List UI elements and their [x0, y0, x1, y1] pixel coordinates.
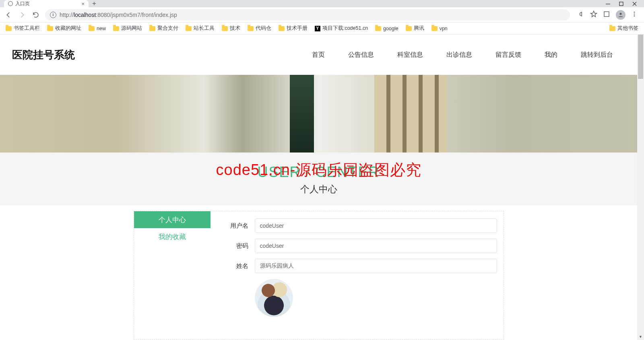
form-panel: 个人中心 我的收藏 用户名 密码 姓名	[134, 211, 504, 340]
bookmark-folder[interactable]: vpn	[431, 26, 448, 31]
folder-icon	[47, 26, 53, 31]
folder-icon	[431, 26, 438, 31]
nav-visit[interactable]: 出诊信息	[446, 51, 472, 59]
folder-icon	[113, 26, 119, 31]
label-username: 用户名	[211, 222, 255, 230]
folder-icon	[89, 26, 95, 31]
folder-icon	[149, 26, 155, 31]
sidemenu-favorites[interactable]: 我的收藏	[134, 228, 211, 245]
row-password: 密码	[211, 239, 504, 253]
forward-button[interactable]	[18, 10, 27, 19]
bookmark-folder[interactable]: 技术	[222, 25, 240, 32]
folder-icon	[375, 26, 381, 31]
folder-icon	[186, 26, 192, 31]
minimize-icon[interactable]	[606, 2, 610, 6]
address-bar: i http://localhost:8080/jspm0x5m7/front/…	[0, 7, 644, 23]
svg-point-6	[634, 12, 635, 13]
nav-home[interactable]: 首页	[312, 51, 325, 59]
svg-point-5	[619, 12, 621, 14]
extensions-icon[interactable]	[603, 10, 610, 19]
tab-title: 入口页	[15, 0, 30, 7]
input-password[interactable]	[255, 239, 497, 253]
input-name[interactable]	[255, 259, 497, 273]
maximize-icon[interactable]	[619, 2, 623, 6]
browser-tab[interactable]: 入口页 ×	[4, 0, 89, 7]
bookmark-folder[interactable]: 源码网站	[113, 25, 142, 32]
profile-avatar-icon[interactable]	[616, 10, 625, 20]
folder-icon	[609, 26, 615, 31]
back-button[interactable]	[4, 10, 13, 19]
reload-button[interactable]	[31, 10, 40, 19]
star-icon[interactable]	[590, 10, 597, 19]
form-body: 用户名 密码 姓名	[211, 211, 504, 339]
site-icon: Y	[315, 26, 320, 31]
bookmarks-bar: 书签工具栏 收藏的网址 new 源码网站 聚合支付 站长工具 技术 代码仓 技术…	[0, 23, 644, 35]
folder-icon	[279, 26, 285, 31]
svg-rect-1	[619, 2, 623, 6]
sidemenu-personal[interactable]: 个人中心	[134, 211, 211, 228]
title-chinese: 个人中心	[0, 183, 637, 196]
bookmark-folder[interactable]: 代码仓	[248, 25, 271, 32]
form-container: 个人中心 我的收藏 用户名 密码 姓名	[0, 205, 637, 340]
main-nav: 首页 公告信息 科室信息 出诊信息 留言反馈 我的 跳转到后台	[312, 51, 625, 59]
nav-mine[interactable]: 我的	[545, 51, 557, 59]
hero-banner	[0, 75, 637, 152]
avatar-image[interactable]	[255, 279, 293, 317]
globe-icon	[8, 1, 13, 6]
row-username: 用户名	[211, 218, 504, 233]
url-input[interactable]: i http://localhost:8080/jspm0x5m7/front/…	[45, 9, 570, 21]
bookmark-folder[interactable]: 腾讯	[406, 25, 424, 32]
bookmark-folder[interactable]: new	[89, 26, 106, 31]
bookmark-folder[interactable]: 书签工具栏	[6, 25, 40, 32]
nav-backend[interactable]: 跳转到后台	[581, 51, 613, 59]
nav-dept[interactable]: 科室信息	[397, 51, 423, 59]
svg-point-8	[634, 15, 635, 16]
input-username[interactable]	[255, 218, 497, 233]
new-tab-button[interactable]: +	[89, 0, 100, 8]
bookmark-folder[interactable]: 技术手册	[279, 25, 308, 32]
share-icon[interactable]	[577, 10, 584, 19]
url-text: http://localhost:8080/jspm0x5m7/front/in…	[60, 12, 177, 18]
label-name: 姓名	[211, 262, 255, 270]
folder-icon	[6, 26, 12, 31]
site-info-icon[interactable]: i	[50, 12, 56, 18]
nav-notice[interactable]: 公告信息	[348, 51, 374, 59]
other-bookmarks[interactable]: 其他书签	[609, 25, 638, 32]
scroll-down-icon[interactable]: ▼	[637, 333, 644, 340]
bookmark-folder[interactable]: 站长工具	[186, 25, 215, 32]
section-title: code51.cn-源码乐园盗图必究 USER / CENTER 个人中心	[0, 152, 637, 205]
watermark-text: code51.cn-源码乐园盗图必究	[216, 160, 421, 180]
nav-feedback[interactable]: 留言反馈	[495, 51, 521, 59]
folder-icon	[222, 26, 228, 31]
close-window-icon[interactable]	[632, 2, 637, 6]
browser-tab-strip: 入口页 × +	[0, 0, 644, 7]
label-password: 密码	[211, 242, 255, 250]
bookmark-folder[interactable]: 收藏的网址	[47, 25, 81, 32]
menu-icon[interactable]	[631, 11, 638, 19]
window-controls	[606, 2, 644, 6]
row-name: 姓名	[211, 259, 504, 273]
svg-point-7	[634, 13, 635, 14]
scrollbar[interactable]: ▲ ▼	[637, 35, 644, 340]
bookmark-folder[interactable]: 聚合支付	[149, 25, 178, 32]
site-header: 医院挂号系统 首页 公告信息 科室信息 出诊信息 留言反馈 我的 跳转到后台	[0, 35, 637, 75]
close-tab-icon[interactable]: ×	[81, 1, 85, 7]
scrollbar-thumb[interactable]	[638, 35, 643, 79]
svg-rect-4	[604, 12, 609, 16]
folder-icon	[406, 26, 412, 31]
folder-icon	[248, 26, 254, 31]
bookmark-folder[interactable]: google	[375, 26, 398, 31]
side-menu: 个人中心 我的收藏	[134, 211, 211, 339]
bookmark-link[interactable]: Y项目下载:code51.cn	[315, 25, 368, 32]
site-logo[interactable]: 医院挂号系统	[12, 48, 75, 62]
page-viewport: ▲ ▼ 医院挂号系统 首页 公告信息 科室信息 出诊信息 留言反馈 我的 跳转到…	[0, 35, 644, 340]
